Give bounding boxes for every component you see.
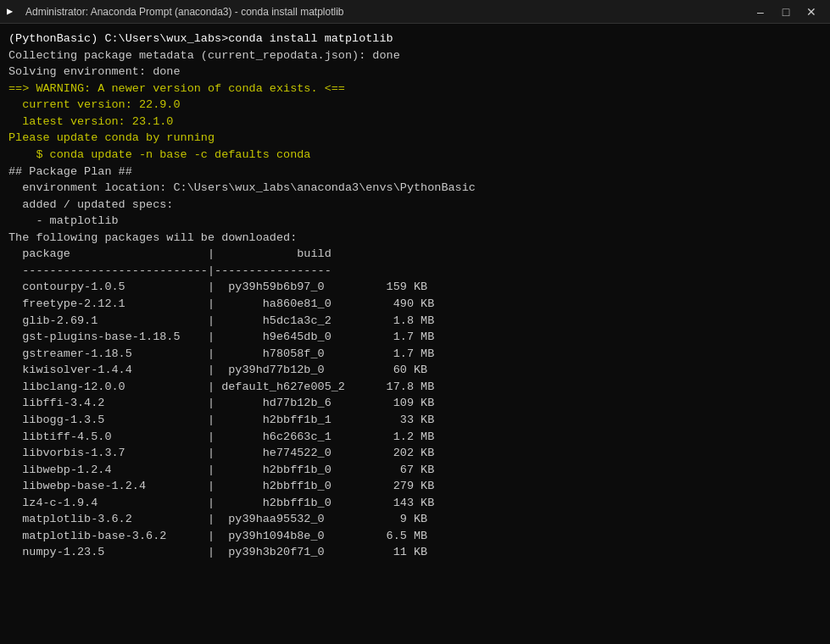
title-bar-text: Administrator: Anaconda Prompt (anaconda… bbox=[25, 6, 344, 18]
terminal-line: numpy-1.23.5 | py39h3b20f71_0 11 KB bbox=[8, 544, 822, 561]
terminal-line: - matplotlib bbox=[8, 213, 822, 230]
terminal-line: glib-2.69.1 | h5dc1a3c_2 1.8 MB bbox=[8, 313, 822, 330]
terminal-line: gst-plugins-base-1.18.5 | h9e645db_0 1.7… bbox=[8, 329, 822, 346]
terminal-line: contourpy-1.0.5 | py39h59b6b97_0 159 KB bbox=[8, 279, 822, 296]
terminal-line: freetype-2.12.1 | ha860e81_0 490 KB bbox=[8, 296, 822, 313]
terminal-line: $ conda update -n base -c defaults conda bbox=[8, 147, 822, 164]
terminal-line: ---------------------------|------------… bbox=[8, 263, 822, 280]
title-bar-left: ▶ Administrator: Anaconda Prompt (anacon… bbox=[7, 5, 344, 19]
terminal-line: Collecting package metadata (current_rep… bbox=[8, 47, 822, 64]
terminal-line: environment location: C:\Users\wux_labs\… bbox=[8, 180, 822, 197]
terminal-line: libvorbis-1.3.7 | he774522_0 202 KB bbox=[8, 445, 822, 462]
minimize-button[interactable]: – bbox=[749, 3, 772, 20]
terminal-line: Please update conda by running bbox=[8, 130, 822, 147]
terminal-line: Solving environment: done bbox=[8, 64, 822, 80]
close-button[interactable]: ✕ bbox=[799, 3, 823, 20]
terminal-line: libclang-12.0.0 | default_h627e005_2 17.… bbox=[8, 379, 822, 396]
terminal-line: (PythonBasic) C:\Users\wux_labs>conda in… bbox=[8, 31, 822, 47]
terminal-line: The following packages will be downloade… bbox=[8, 230, 822, 247]
terminal-line: package | build bbox=[8, 246, 822, 263]
terminal-line: latest version: 23.1.0 bbox=[8, 114, 822, 130]
terminal-icon: ▶ bbox=[7, 5, 20, 19]
terminal-line: libtiff-4.5.0 | h6c2663c_1 1.2 MB bbox=[8, 429, 822, 446]
terminal-line: ==> WARNING: A newer version of conda ex… bbox=[8, 80, 822, 97]
terminal-line: lz4-c-1.9.4 | h2bbff1b_0 143 KB bbox=[8, 495, 822, 512]
maximize-button[interactable]: □ bbox=[774, 3, 798, 20]
title-bar: ▶ Administrator: Anaconda Prompt (anacon… bbox=[0, 0, 830, 24]
terminal-line: added / updated specs: bbox=[8, 197, 822, 214]
terminal-line: matplotlib-3.6.2 | py39haa95532_0 9 KB bbox=[8, 511, 822, 528]
terminal-line: libwebp-base-1.2.4 | h2bbff1b_0 279 KB bbox=[8, 478, 822, 495]
terminal-body: (PythonBasic) C:\Users\wux_labs>conda in… bbox=[0, 24, 830, 644]
terminal-line: libogg-1.3.5 | h2bbff1b_1 33 KB bbox=[8, 412, 822, 429]
terminal-line: ## Package Plan ## bbox=[8, 164, 822, 180]
terminal-line: gstreamer-1.18.5 | h78058f_0 1.7 MB bbox=[8, 346, 822, 363]
terminal-line: matplotlib-base-3.6.2 | py39h1094b8e_0 6… bbox=[8, 528, 822, 545]
terminal-line: libffi-3.4.2 | hd77b12b_6 109 KB bbox=[8, 395, 822, 412]
terminal-line: libwebp-1.2.4 | h2bbff1b_0 67 KB bbox=[8, 462, 822, 479]
title-bar-controls: – □ ✕ bbox=[749, 3, 823, 20]
terminal-line: kiwisolver-1.4.4 | py39hd77b12b_0 60 KB bbox=[8, 362, 822, 379]
terminal-line: current version: 22.9.0 bbox=[8, 97, 822, 114]
